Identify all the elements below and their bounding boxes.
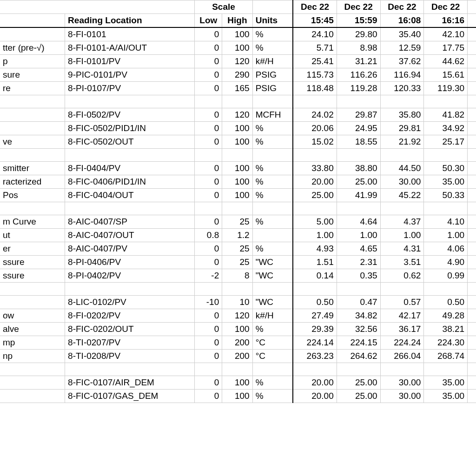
value-cell: 41.99 [337, 189, 380, 202]
reading-location-cell: 8-FI-0202/PV [65, 309, 195, 323]
reading-location-cell: 8-AIC-0407/OUT [65, 229, 195, 242]
reading-location-cell: 8-FIC-0404/OUT [65, 189, 195, 202]
high-cell: 100 [222, 162, 252, 175]
value-cell: 25.41 [293, 55, 337, 68]
low-cell: 0 [195, 122, 222, 135]
units-cell: °C [252, 350, 293, 363]
table-row: m Curve8-AIC-0407/SP025%5.004.644.374.10 [0, 215, 476, 229]
high-cell: 200 [222, 350, 252, 363]
value-cell: 1.00 [293, 229, 337, 242]
value-cell: 37.62 [380, 55, 424, 68]
value-cell: 116.26 [337, 68, 380, 82]
high-cell: 100 [222, 27, 252, 41]
desc-cell [0, 108, 65, 122]
low-cell: 0 [195, 41, 222, 55]
time-col-3: 16:16 [424, 14, 468, 28]
value-cell: 0.35 [337, 269, 380, 283]
low-cell: 0 [195, 175, 222, 189]
reading-location-cell: 8-FI-0101-A/AI/OUT [65, 41, 195, 55]
reading-location-cell: 9-PIC-0101/PV [65, 68, 195, 82]
value-cell: 50.30 [424, 162, 468, 175]
readings-table: Scale Dec 22 Dec 22 Dec 22 Dec 22 De Rea… [0, 0, 476, 403]
low-cell: 0 [195, 242, 222, 256]
value-cell: 115.73 [293, 68, 337, 82]
value-cell: 42.10 [424, 27, 468, 41]
value-cell: 25.00 [293, 189, 337, 202]
desc-cell: p [0, 55, 65, 68]
units-cell: % [252, 215, 293, 229]
value-cell: 264.62 [337, 350, 380, 363]
value-cell: 29.81 [380, 122, 424, 135]
value-cell: 35.00 [424, 376, 468, 390]
value-cell: 0.14 [293, 269, 337, 283]
high-cell: 120 [222, 108, 252, 122]
value-cell: 224.15 [337, 336, 380, 350]
table-row: sure9-PIC-0101/PV0290PSIG115.73116.26116… [0, 68, 476, 82]
value-cell: 35.00 [424, 390, 468, 403]
reading-location-cell: 8-FIC-0107/AIR_DEM [65, 376, 195, 390]
desc-cell [0, 122, 65, 135]
value-cell: 1.51 [293, 256, 337, 269]
value-cell: 25.00 [337, 390, 380, 403]
time-col-0: 15:45 [293, 14, 337, 28]
high-cell: 120 [222, 309, 252, 323]
table-row: 8-FIC-0502/PID1/IN0100%20.0624.9529.8134… [0, 122, 476, 135]
low-cell: 0 [195, 323, 222, 336]
table-row: ve8-FIC-0502/OUT0100%15.0218.5521.9225.1… [0, 135, 476, 149]
date-col-1: Dec 22 [337, 0, 380, 14]
reading-location-cell: 8-FIC-0107/GAS_DEM [65, 390, 195, 403]
value-cell: 4.93 [293, 242, 337, 256]
value-cell: 30.00 [380, 376, 424, 390]
units-cell: % [252, 323, 293, 336]
value-cell: 5 [468, 309, 476, 323]
value-cell: 25.17 [424, 135, 468, 149]
high-cell: 100 [222, 135, 252, 149]
value-cell: 4 [468, 376, 476, 390]
high-cell: 100 [222, 189, 252, 202]
table-row [0, 202, 476, 215]
table-row: tter (pre-√)8-FI-0101-A/AI/OUT0100%5.718… [0, 41, 476, 55]
value-cell: 224.24 [380, 336, 424, 350]
low-cell: 0 [195, 68, 222, 82]
units-cell [252, 229, 293, 242]
reading-location-cell: 8-TI-0207/PV [65, 336, 195, 350]
value-cell: 32.56 [337, 323, 380, 336]
value-cell: 22 [468, 336, 476, 350]
value-cell: 4.90 [424, 256, 468, 269]
value-cell: 0.99 [424, 269, 468, 283]
low-cell: 0 [195, 309, 222, 323]
desc-cell [0, 27, 65, 41]
value-cell: 4 [468, 27, 476, 41]
units-cell: % [252, 41, 293, 55]
desc-cell: er [0, 242, 65, 256]
value-cell: 34.92 [424, 122, 468, 135]
value-cell: 38.21 [424, 323, 468, 336]
reading-location-cell: 8-FI-0101 [65, 27, 195, 41]
value-cell: 1.00 [380, 229, 424, 242]
units-cell: % [252, 162, 293, 175]
units-cell: PSIG [252, 82, 293, 95]
reading-location-cell: 8-FIC-0406/PID1/IN [65, 175, 195, 189]
value-cell [468, 229, 476, 242]
value-cell: 35.40 [380, 27, 424, 41]
units-cell: % [252, 189, 293, 202]
low-cell: 0 [195, 162, 222, 175]
header-row-1: Scale Dec 22 Dec 22 Dec 22 Dec 22 De [0, 0, 476, 14]
reading-location-cell: 8-FI-0502/PV [65, 108, 195, 122]
table-body: 8-FI-01010100%24.1029.8035.4042.104tter … [0, 27, 476, 403]
high-cell: 100 [222, 175, 252, 189]
value-cell: 5.71 [293, 41, 337, 55]
value-cell: 5 [468, 189, 476, 202]
value-cell: 29.80 [337, 27, 380, 41]
table-row: ow8-FI-0202/PV0120k#/H27.4934.8242.1749.… [0, 309, 476, 323]
value-cell: 5 [468, 55, 476, 68]
low-cell: 0 [195, 82, 222, 95]
desc-cell: Pos [0, 189, 65, 202]
desc-cell: re [0, 82, 65, 95]
value-cell: 29.87 [337, 108, 380, 122]
reading-location-cell: 8-TI-0208/PV [65, 350, 195, 363]
value-cell: 5 [468, 162, 476, 175]
desc-cell [0, 376, 65, 390]
table-row: Pos8-FIC-0404/OUT0100%25.0041.9945.2250.… [0, 189, 476, 202]
table-row: alve8-FIC-0202/OUT0100%29.3932.5636.1738… [0, 323, 476, 336]
